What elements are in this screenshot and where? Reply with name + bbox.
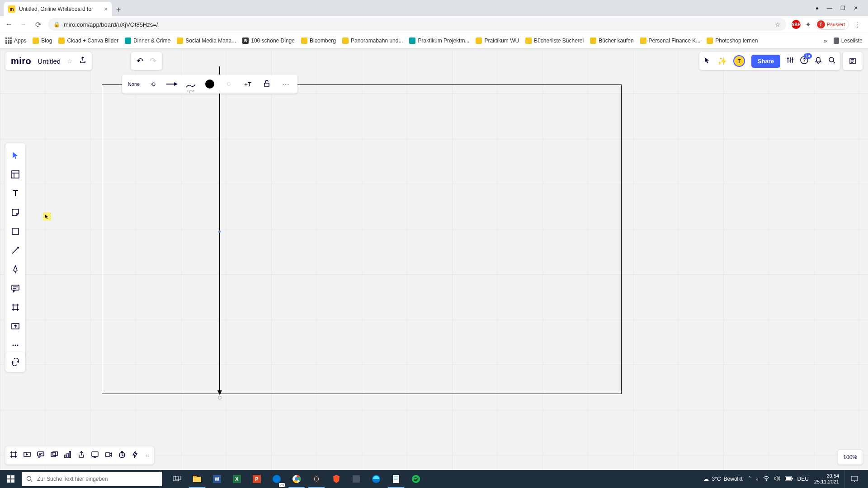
bookmark-apps[interactable]: Apps — [5, 38, 26, 44]
apps-button[interactable] — [5, 352, 25, 372]
presentation-button[interactable] — [24, 451, 31, 460]
powerpoint-button[interactable]: P — [247, 470, 267, 488]
favorite-star-icon[interactable]: ☆ — [67, 57, 73, 65]
sticky-note-tool[interactable] — [5, 204, 25, 221]
reading-list-button[interactable]: Leseliste — [834, 38, 863, 44]
chart-button[interactable] — [64, 451, 71, 460]
obs-button[interactable] — [307, 470, 326, 488]
miro-logo[interactable]: miro — [11, 56, 31, 66]
notifications-button[interactable] — [815, 56, 822, 66]
bookmark-item[interactable]: Personal Finance K... — [640, 38, 701, 44]
abp-extension-icon[interactable]: ABP — [792, 20, 801, 29]
account-dot-icon[interactable]: ● — [816, 5, 819, 11]
bookmark-star-icon[interactable]: ☆ — [775, 21, 781, 28]
clock[interactable]: 20:54 25.11.2021 — [814, 473, 839, 485]
extensions-button[interactable]: ✦ — [805, 20, 811, 29]
forward-button[interactable]: → — [19, 20, 28, 29]
bookmark-item[interactable]: Bloomberg — [301, 38, 336, 44]
comment-tool[interactable] — [5, 280, 25, 297]
task-view-button[interactable] — [167, 470, 187, 488]
add-text-button[interactable]: +T — [241, 75, 255, 93]
edge-button[interactable] — [366, 470, 386, 488]
line-thickness-button[interactable] — [222, 75, 236, 93]
weather-widget[interactable]: ☁ 3°C Bewölkt — [703, 476, 742, 482]
line-color-button[interactable] — [203, 75, 217, 93]
export-board-button[interactable] — [78, 451, 85, 460]
line-start-cap-button[interactable]: None — [127, 75, 141, 93]
spotify-button[interactable] — [406, 470, 426, 488]
select-tool[interactable] — [5, 147, 25, 164]
minimize-button[interactable]: ― — [827, 5, 832, 11]
activity-panel-button[interactable] — [843, 52, 863, 70]
redo-button[interactable]: ↷ — [150, 56, 156, 66]
share-button[interactable]: Share — [751, 55, 780, 68]
search-button[interactable] — [828, 56, 835, 66]
frame-shape[interactable] — [102, 84, 622, 394]
chrome-button[interactable] — [287, 470, 307, 488]
upload-tool[interactable] — [5, 318, 25, 335]
user-avatar[interactable]: T — [733, 55, 745, 67]
excel-button[interactable]: X — [227, 470, 247, 488]
maximize-button[interactable]: ❐ — [840, 5, 845, 11]
bookmark-item[interactable]: Bücherliste Bücherei — [525, 38, 584, 44]
card-button[interactable] — [51, 451, 58, 460]
new-tab-button[interactable]: + — [112, 4, 125, 16]
bookmark-item[interactable]: Blog — [33, 38, 52, 44]
collapse-toolbar-button[interactable]: ‹‹ — [146, 452, 149, 459]
brave-button[interactable] — [326, 470, 346, 488]
taskbar-search[interactable]: Zur Suche Text hier eingeben — [22, 472, 162, 486]
bookmarks-overflow-button[interactable]: » — [824, 37, 827, 44]
video-button[interactable] — [105, 451, 112, 460]
more-tools-button[interactable] — [5, 337, 25, 354]
profile-pill[interactable]: T Pausiert — [816, 19, 849, 30]
tray-expand-button[interactable]: ˄ — [748, 476, 751, 482]
bookmark-item[interactable]: Social Media Mana... — [177, 38, 236, 44]
reload-button[interactable]: ⟳ — [33, 20, 42, 29]
line-route-button[interactable]: ⟲ — [146, 75, 160, 93]
battery-icon[interactable] — [785, 476, 793, 482]
undo-button[interactable]: ↶ — [137, 56, 143, 66]
line-endpoint-handle[interactable] — [218, 396, 222, 399]
settings-button[interactable] — [787, 56, 794, 66]
volume-icon[interactable] — [774, 476, 780, 483]
back-button[interactable]: ← — [5, 20, 14, 29]
line-end-cap-button[interactable] — [165, 75, 179, 93]
tab-close-icon[interactable]: × — [104, 5, 108, 13]
pen-tool[interactable] — [5, 261, 25, 278]
start-button[interactable] — [0, 470, 22, 488]
edge-dev-button[interactable]: 73 — [267, 470, 287, 488]
notepad-button[interactable] — [386, 470, 406, 488]
bookmark-item[interactable]: Cload + Canva Bilder — [58, 38, 118, 44]
templates-tool[interactable] — [5, 166, 25, 183]
lock-button[interactable] — [259, 75, 274, 93]
action-center-button[interactable] — [844, 470, 863, 488]
cursor-mode-button[interactable] — [704, 56, 711, 66]
arrow-shape[interactable] — [219, 66, 220, 394]
bookmark-item[interactable]: Praktikum WU — [476, 38, 519, 44]
timer-button[interactable] — [118, 451, 126, 460]
chrome-menu-button[interactable]: ⋮ — [854, 20, 861, 29]
file-explorer-button[interactable] — [187, 470, 207, 488]
line-type-button[interactable]: Type — [184, 75, 198, 93]
voting-button[interactable] — [132, 451, 139, 460]
bookmark-item[interactable]: Dinner & Crime — [125, 38, 170, 44]
bookmark-item[interactable]: Bücher kaufen — [590, 38, 633, 44]
comments-button[interactable] — [37, 451, 44, 460]
line-midpoint-handle[interactable] — [218, 230, 221, 233]
reactions-button[interactable]: ✨ — [717, 56, 727, 66]
url-input[interactable]: 🔒 miro.com/app/board/uXjVOf85Hzs=/ ☆ — [48, 18, 786, 31]
line-tool[interactable] — [5, 242, 25, 259]
bookmark-item[interactable]: Praktikum Projektm... — [409, 38, 469, 44]
app-button-1[interactable] — [346, 470, 366, 488]
language-indicator[interactable]: DEU — [797, 476, 809, 482]
wifi-icon[interactable] — [763, 476, 769, 483]
bookmark-item[interactable]: B100 schöne Dinge — [242, 38, 295, 44]
bookmark-item[interactable]: Panoramabahn und... — [342, 38, 403, 44]
frames-list-button[interactable] — [10, 451, 17, 460]
more-options-button[interactable]: ⋯ — [278, 75, 293, 93]
bluetooth-icon[interactable]: ⬨ — [755, 476, 759, 482]
export-button[interactable] — [79, 56, 86, 66]
zoom-level[interactable]: 100% — [838, 450, 863, 465]
shape-tool[interactable] — [5, 223, 25, 240]
close-window-button[interactable]: ✕ — [854, 5, 858, 11]
